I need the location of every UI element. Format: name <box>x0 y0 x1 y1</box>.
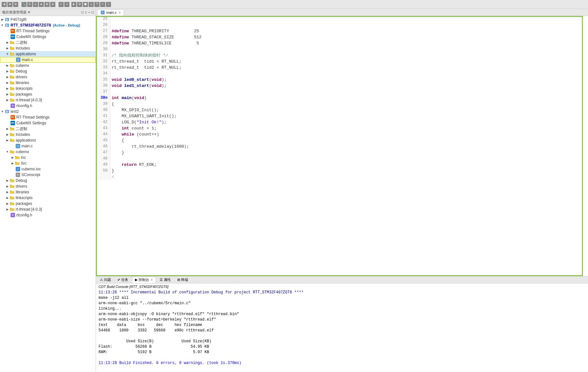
tree-item-cube-settings-2[interactable]: MX CubeMX Settings <box>0 120 96 126</box>
tree-item-rtthread-2[interactable]: ▶ rt-thread [4.0.3] <box>0 206 96 212</box>
tree-item-drivers-2[interactable]: ▶ drivers <box>0 183 96 189</box>
tree-item-binary-1[interactable]: ▶ 二进制 <box>0 40 96 45</box>
toolbar-icon-7[interactable]: ◈ <box>39 2 44 7</box>
toolbar-icon-2[interactable]: ● <box>7 2 12 7</box>
tree-item-linkscripts-1[interactable]: ▶ linkscripts <box>0 86 96 91</box>
console-line-6: arm-none-eabi-size --format=berkeley "rt… <box>99 317 585 322</box>
toolbar-icon-14[interactable]: ⏹ <box>83 2 88 7</box>
tree-item-cube-settings-1[interactable]: MX CubeMX Settings <box>0 34 96 40</box>
folder-icon-packages-2 <box>10 201 15 206</box>
console-content[interactable]: CDT Build Console [RTT_STM32F407ZGT6] 11… <box>96 283 588 372</box>
tree-item-libraries-1[interactable]: ▶ libraries <box>0 80 96 86</box>
tree-item-cubemx-ioc[interactable]: i cubemx.ioc <box>0 166 96 172</box>
tree-item-cubemx-1[interactable]: ▶ cubemx <box>0 63 96 68</box>
sidebar-icon-expand[interactable]: ↕ <box>85 11 87 14</box>
svg-rect-2 <box>6 19 8 20</box>
tree-arrow: ▶ <box>0 18 4 21</box>
tab-console[interactable]: ▶ 控制台 ✕ <box>132 277 156 283</box>
folder-icon-libraries-2 <box>10 190 15 194</box>
tree-arrow: ▶ <box>5 81 10 84</box>
toolbar-icon-11[interactable]: ↪ <box>64 2 69 7</box>
tree-item-debug-1[interactable]: ▶ Debug <box>0 68 96 74</box>
toolbar-icon-8[interactable]: ⊞ <box>44 2 50 7</box>
editor-tab-mainc[interactable]: c main.c ✕ <box>97 9 124 16</box>
tree-label: CubeMX Settings <box>16 35 46 39</box>
toolbar-icon-12[interactable]: ▶ <box>71 2 76 7</box>
tab-console-icon: ▶ <box>135 278 138 282</box>
console-build-title: CDT Build Console [RTT_STM32F407ZGT6] <box>99 285 585 289</box>
sidebar-icon-collapse[interactable]: □ <box>82 11 84 14</box>
tree-item-linkscripts-2[interactable]: ▶ linkscripts <box>0 195 96 201</box>
project-icon-rtt <box>4 23 10 27</box>
tree-item-debug-2[interactable]: ▶ Debug <box>0 178 96 183</box>
toolbar-icon-13[interactable]: ⏸ <box>77 2 82 7</box>
folder-icon-debug <box>10 69 15 74</box>
tree-item-includes-2[interactable]: ▶ Includes <box>0 132 96 137</box>
tree-item-sconscript[interactable]: s SConscript <box>0 172 96 178</box>
tree-item-src[interactable]: ▶ Src <box>0 160 96 166</box>
svg-rect-7 <box>6 26 8 27</box>
line-number: 26 <box>96 22 110 28</box>
tree-item-rtthread-1[interactable]: ▶ rt-thread [4.0.3] <box>0 97 96 103</box>
tree-item-rtconfig-1[interactable]: h rtconfig.h <box>0 103 96 109</box>
code-text: void led0_start(void); <box>110 77 588 83</box>
tree-item-cubemx-2[interactable]: ▼ cubemx <box>0 149 96 155</box>
tree-item-includes-1[interactable]: ▶ Includes <box>0 45 96 51</box>
file-icon-scon: s <box>15 173 20 177</box>
console-line-1: 11:13:26 **** Incremental Build of confi… <box>99 290 585 295</box>
tab-console-close[interactable]: ✕ <box>150 278 153 282</box>
toolbar-icon-17[interactable]: ↷ <box>100 2 105 7</box>
code-text: MX_USART1_UART_Init(); <box>110 113 588 119</box>
tree-item-inc[interactable]: ▶ Inc <box>0 155 96 160</box>
line-number: 49 <box>96 162 110 168</box>
toolbar-icon-18[interactable]: ↶ <box>106 2 111 7</box>
toolbar-icon-3[interactable]: ⊕ <box>13 2 18 7</box>
line-number <box>96 174 110 180</box>
toolbar-icon-16[interactable]: ⤒ <box>94 2 99 7</box>
tree-item-applications-2[interactable]: ▶ applications <box>0 137 96 143</box>
sidebar-icon-minimize[interactable]: − <box>88 11 91 14</box>
tree-item-rtconfig-2[interactable]: h rtconfig.h <box>0 212 96 218</box>
tree-label-rtt: RTT_STM32F407ZGT6 <box>11 23 51 27</box>
tree-item-applications-1[interactable]: ▼ applications <box>0 51 96 57</box>
tree-item-test2[interactable]: ▼ test2 <box>0 109 96 114</box>
toolbar-icon-6[interactable]: ★ <box>33 2 38 7</box>
tab-tasks-icon: ✔ <box>117 278 120 282</box>
toolbar-icon-5[interactable]: ⊙ <box>27 2 32 7</box>
tree-label: 二进制 <box>16 126 27 132</box>
toolbar-icon-9[interactable]: ♦ <box>50 2 55 7</box>
sidebar-icon-maximize[interactable]: □ <box>91 11 94 14</box>
project-icon <box>4 17 10 22</box>
tab-properties[interactable]: ☰ 属性 <box>157 277 173 283</box>
tab-tasks[interactable]: ✔ 任务 <box>115 277 131 283</box>
tree-item-packages-2[interactable]: ▶ packages <box>0 201 96 206</box>
console-line-4: linking... <box>99 306 585 312</box>
toolbar-icon-1[interactable]: ◀ <box>2 2 7 7</box>
tree-item-drivers-1[interactable]: ▶ drivers <box>0 74 96 80</box>
content-area: c main.c ✕ 25 26 <box>96 9 588 372</box>
tab-close-icon[interactable]: ✕ <box>118 11 121 14</box>
folder-icon-rtthread-2 <box>10 207 15 212</box>
console-line-8: 54468 1800 3392 59660 e90c rtthread.elf <box>99 328 585 333</box>
tree-item-libraries-2[interactable]: ▶ libraries <box>0 189 96 195</box>
code-wrapper[interactable]: 25 26 27 #define THREAD_PRIORITY 25 <box>96 16 588 276</box>
code-line-48: 48 <box>96 156 588 162</box>
folder-icon-cubemx-2 <box>10 150 15 154</box>
tree-item-f407[interactable]: ▶ F407zgt6 <box>0 17 96 22</box>
toolbar-icon-15[interactable]: ⤓ <box>89 2 94 7</box>
tree-label-inc: Inc <box>21 155 26 160</box>
code-text: { <box>110 101 588 107</box>
file-c-icon: c <box>16 58 21 62</box>
tree-item-rt-settings-2[interactable]: RT RT-Thread Settings <box>0 114 96 120</box>
tab-problems[interactable]: ⚠ 问题 <box>97 277 114 283</box>
tree-item-mainc-2[interactable]: c main.c <box>0 143 96 149</box>
tree-item-rt-settings-1[interactable]: RT RT-Thread Settings <box>0 28 96 34</box>
tree-item-binary-2[interactable]: ▶ 二进制 <box>0 126 96 132</box>
toolbar-icon-4[interactable]: 🔧 <box>21 2 27 7</box>
line-number: 36 <box>96 83 110 89</box>
toolbar-icon-10[interactable]: ↩ <box>59 2 64 7</box>
tree-item-mainc-1[interactable]: c main.c <box>0 57 96 63</box>
tab-terminal[interactable]: ⊞ 终端 <box>175 277 191 283</box>
tree-item-rtt-project[interactable]: ▼ RTT_STM32F407ZGT6 [Active - Debug] <box>0 22 96 28</box>
tree-item-packages-1[interactable]: ▶ packages <box>0 91 96 97</box>
